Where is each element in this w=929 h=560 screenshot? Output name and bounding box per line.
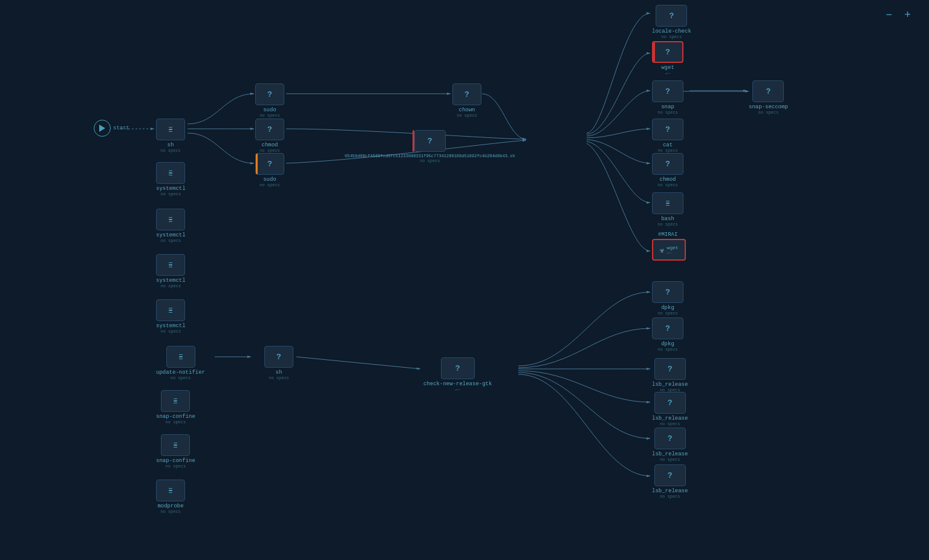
node-systemctl-3[interactable]: systemctl no specs xyxy=(156,254,186,288)
node-check-new-release-sublabel: ↵→ xyxy=(455,387,460,392)
node-systemctl-4[interactable]: systemctl no specs xyxy=(156,299,186,334)
node-lsb-release-3[interactable]: ? lsb_release no specs xyxy=(652,428,688,462)
node-chmod-1[interactable]: ? chmod no specs xyxy=(255,119,284,153)
terminal-icon xyxy=(169,127,172,132)
question-icon: ? xyxy=(665,160,670,169)
node-systemctl-4-label: systemctl xyxy=(156,323,186,329)
node-wget-2-box: ☣ wget ↵→ xyxy=(652,239,686,261)
node-modprobe-sublabel: no specs xyxy=(160,509,181,514)
terminal-icon xyxy=(179,354,183,360)
node-wget-1-sublabel: ↵→ xyxy=(665,71,670,76)
node-dpkg-1-sublabel: no specs xyxy=(657,311,678,316)
node-sh-2-box: ? xyxy=(264,346,293,368)
node-script[interactable]: ? 05459d08cf4569fcd5fc51233098331f95c773… xyxy=(345,130,515,163)
minimize-button[interactable]: − xyxy=(885,9,892,21)
question-icon: ? xyxy=(464,90,469,99)
question-icon: ? xyxy=(665,324,670,333)
node-wget-2[interactable]: ☣ wget ↵→ xyxy=(652,239,686,261)
svg-marker-6 xyxy=(99,125,105,132)
node-sh-1[interactable]: sh no specs xyxy=(156,119,185,153)
node-cat-box: ? xyxy=(652,119,683,140)
question-icon: ? xyxy=(665,87,670,96)
node-dpkg-1-label: dpkg xyxy=(661,305,674,311)
node-dpkg-2[interactable]: ? dpkg no specs xyxy=(652,317,683,352)
node-snap-seccomp-label: snap-seccomp xyxy=(749,104,788,110)
start-label: start xyxy=(113,125,129,131)
node-lsb-release-4[interactable]: ? lsb_release no specs xyxy=(652,464,688,499)
node-systemctl-2[interactable]: systemctl no specs xyxy=(156,209,186,243)
node-update-notifier-sublabel: no specs xyxy=(171,376,191,380)
node-sudo-2-sublabel: no specs xyxy=(259,183,280,187)
node-systemctl-4-sublabel: no specs xyxy=(161,329,181,334)
node-systemctl-2-sublabel: no specs xyxy=(161,238,181,243)
node-sh-2-sublabel: no specs xyxy=(269,376,289,380)
node-snap-confine-2[interactable]: snap-confine no specs xyxy=(156,434,195,469)
node-chmod-2-label: chmod xyxy=(659,177,676,183)
node-dpkg-2-box: ? xyxy=(652,317,683,339)
node-chmod-1-label: chmod xyxy=(261,142,278,148)
node-sudo-1[interactable]: ? sudo no specs xyxy=(255,83,284,118)
node-check-new-release[interactable]: ? check-new-release-gtk ↵→ xyxy=(423,357,492,392)
node-lsb-release-2-label: lsb_release xyxy=(652,415,688,422)
node-snap-seccomp[interactable]: ? snap-seccomp no specs xyxy=(749,80,788,115)
node-snap-confine-1-label: snap-confine xyxy=(156,414,195,420)
question-icon: ? xyxy=(428,137,432,146)
node-bash[interactable]: bash no specs xyxy=(652,192,683,227)
node-dpkg-1[interactable]: ? dpkg no specs xyxy=(652,281,683,316)
node-sudo-1-box: ? xyxy=(255,83,284,105)
node-sh-1-box xyxy=(156,119,185,140)
terminal-icon xyxy=(169,171,172,176)
node-update-notifier[interactable]: update-notifier no specs xyxy=(156,346,205,380)
node-cat-sublabel: no specs xyxy=(657,148,678,153)
node-bash-label: bash xyxy=(661,216,674,222)
node-check-new-release-label: check-new-release-gtk xyxy=(423,381,492,387)
node-chown-sublabel: no specs xyxy=(457,113,477,118)
node-chmod-2[interactable]: ? chmod no specs xyxy=(652,153,683,187)
node-modprobe[interactable]: modprobe no specs xyxy=(156,480,185,514)
node-lsb-release-2[interactable]: ? lsb_release no specs xyxy=(652,392,688,426)
maximize-button[interactable]: + xyxy=(904,9,911,21)
terminal-icon xyxy=(174,399,177,404)
node-chmod-2-sublabel: no specs xyxy=(657,183,678,187)
node-sh-1-sublabel: no specs xyxy=(160,148,181,153)
node-snap-confine-1[interactable]: snap-confine no specs xyxy=(156,390,195,425)
node-sh-2[interactable]: ? sh no specs xyxy=(264,346,293,380)
node-lsb-release-1[interactable]: ? lsb_release no specs xyxy=(652,358,688,392)
node-snap[interactable]: ? snap no specs xyxy=(652,80,683,115)
question-icon: ? xyxy=(455,364,460,373)
question-icon: ? xyxy=(267,125,272,134)
node-sudo-1-label: sudo xyxy=(263,107,276,113)
terminal-icon xyxy=(174,443,177,448)
question-icon: ? xyxy=(766,87,771,96)
node-chmod-1-sublabel: no specs xyxy=(259,148,280,153)
node-locale-check[interactable]: ? locale-check no specs xyxy=(652,5,691,39)
node-locale-check-box: ? xyxy=(656,5,687,27)
node-lsb-release-4-sublabel: no specs xyxy=(660,494,680,499)
node-wget-2-sublabel-text: ↵→ xyxy=(667,250,672,255)
node-systemctl-1[interactable]: systemctl no specs xyxy=(156,162,186,197)
node-update-notifier-label: update-notifier xyxy=(156,370,205,376)
node-sudo-2[interactable]: ? sudo no specs xyxy=(255,153,284,187)
question-icon: ? xyxy=(267,160,272,169)
start-node[interactable]: start xyxy=(94,120,129,137)
terminal-icon xyxy=(169,217,172,223)
node-cat[interactable]: ? cat no specs xyxy=(652,119,683,153)
node-systemctl-3-box xyxy=(156,254,185,276)
node-snap-sublabel: no specs xyxy=(657,110,678,115)
svg-line-5 xyxy=(296,357,420,369)
node-modprobe-label: modprobe xyxy=(157,503,183,509)
question-icon: ? xyxy=(276,353,281,362)
node-snap-box: ? xyxy=(652,80,683,102)
node-chown[interactable]: ? chown no specs xyxy=(452,83,481,118)
node-systemctl-4-box xyxy=(156,299,185,321)
node-locale-check-sublabel: no specs xyxy=(662,34,682,39)
node-lsb-release-4-box: ? xyxy=(654,464,686,486)
node-sh-2-label: sh xyxy=(276,370,282,376)
node-wget-1[interactable]: ? wget ↵→ xyxy=(652,41,683,76)
node-chown-box: ? xyxy=(452,83,481,105)
node-wget-2-label-text: wget xyxy=(667,245,679,250)
node-snap-confine-2-sublabel: no specs xyxy=(166,464,186,469)
node-wget-1-label: wget xyxy=(661,65,674,71)
node-lsb-release-3-label: lsb_release xyxy=(652,451,688,457)
node-lsb-release-1-box: ? xyxy=(654,358,686,380)
